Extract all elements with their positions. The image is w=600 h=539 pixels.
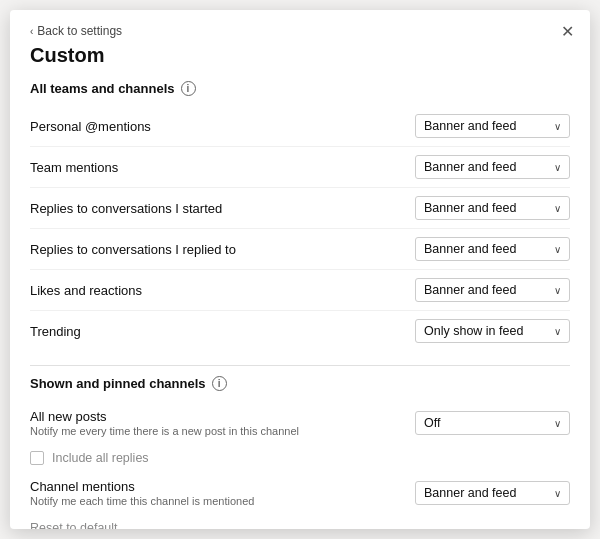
include-replies-label: Include all replies [52, 451, 149, 465]
include-replies-row: Include all replies [30, 445, 570, 471]
chevron-down-icon: ∨ [554, 121, 561, 132]
page-title: Custom [30, 44, 570, 67]
settings-row-channel-mentions: Channel mentions Notify me each time thi… [30, 471, 570, 515]
dropdown-value: Banner and feed [424, 242, 516, 256]
row-label-group: All new posts Notify me every time there… [30, 409, 415, 437]
row-sublabel: Notify me each time this channel is ment… [30, 495, 415, 507]
all-teams-info-icon[interactable]: i [181, 81, 196, 96]
all-teams-rows: Personal @mentions Banner and feed ∨ Tea… [30, 106, 570, 351]
row-label: Channel mentions [30, 479, 415, 494]
modal-body: All teams and channels i Personal @menti… [10, 77, 590, 529]
dropdown-personal-mentions[interactable]: Banner and feed ∨ [415, 114, 570, 138]
dropdown-replies-replied[interactable]: Banner and feed ∨ [415, 237, 570, 261]
row-label: Team mentions [30, 160, 415, 175]
dropdown-value: Only show in feed [424, 324, 523, 338]
dropdown-team-mentions[interactable]: Banner and feed ∨ [415, 155, 570, 179]
dropdown-replies-started[interactable]: Banner and feed ∨ [415, 196, 570, 220]
row-label: All new posts [30, 409, 415, 424]
row-label-group: Channel mentions Notify me each time thi… [30, 479, 415, 507]
dropdown-all-new-posts[interactable]: Off ∨ [415, 411, 570, 435]
pinned-channels-info-icon[interactable]: i [212, 376, 227, 391]
chevron-down-icon: ∨ [554, 285, 561, 296]
dropdown-channel-mentions[interactable]: Banner and feed ∨ [415, 481, 570, 505]
row-sublabel: Notify me every time there is a new post… [30, 425, 415, 437]
row-label-group: Team mentions [30, 160, 415, 175]
dropdown-likes-reactions[interactable]: Banner and feed ∨ [415, 278, 570, 302]
modal-header: ‹ Back to settings Custom ✕ [10, 10, 590, 77]
dropdown-value: Banner and feed [424, 201, 516, 215]
modal: ‹ Back to settings Custom ✕ All teams an… [10, 10, 590, 529]
section-all-label: All teams and channels i [30, 81, 570, 96]
row-label-group: Replies to conversations I started [30, 201, 415, 216]
dropdown-value: Off [424, 416, 440, 430]
settings-row-all-new-posts: All new posts Notify me every time there… [30, 401, 570, 445]
dropdown-value: Banner and feed [424, 160, 516, 174]
back-link[interactable]: ‹ Back to settings [30, 24, 570, 38]
chevron-down-icon: ∨ [554, 203, 561, 214]
close-button[interactable]: ✕ [561, 24, 574, 40]
chevron-left-icon: ‹ [30, 26, 33, 37]
dropdown-trending[interactable]: Only show in feed ∨ [415, 319, 570, 343]
dropdown-value: Banner and feed [424, 119, 516, 133]
pinned-channels-rows: All new posts Notify me every time there… [30, 401, 570, 445]
row-label-group: Personal @mentions [30, 119, 415, 134]
chevron-down-icon: ∨ [554, 488, 561, 499]
row-label: Trending [30, 324, 415, 339]
row-label-group: Trending [30, 324, 415, 339]
section-divider [30, 365, 570, 366]
chevron-down-icon: ∨ [554, 244, 561, 255]
row-label: Replies to conversations I started [30, 201, 415, 216]
back-label: Back to settings [37, 24, 122, 38]
chevron-down-icon: ∨ [554, 418, 561, 429]
row-label: Likes and reactions [30, 283, 415, 298]
chevron-down-icon: ∨ [554, 162, 561, 173]
section-pinned-label: Shown and pinned channels i [30, 376, 570, 391]
settings-row-replies-replied: Replies to conversations I replied to Ba… [30, 229, 570, 270]
channel-mentions-container: Channel mentions Notify me each time thi… [30, 471, 570, 515]
settings-row-team-mentions: Team mentions Banner and feed ∨ [30, 147, 570, 188]
chevron-down-icon: ∨ [554, 326, 561, 337]
settings-row-trending: Trending Only show in feed ∨ [30, 311, 570, 351]
row-label: Personal @mentions [30, 119, 415, 134]
dropdown-value: Banner and feed [424, 486, 516, 500]
row-label-group: Likes and reactions [30, 283, 415, 298]
row-label-group: Replies to conversations I replied to [30, 242, 415, 257]
dropdown-value: Banner and feed [424, 283, 516, 297]
include-replies-checkbox[interactable] [30, 451, 44, 465]
row-label: Replies to conversations I replied to [30, 242, 415, 257]
reset-default-button[interactable]: Reset to default [30, 521, 118, 529]
settings-row-replies-started: Replies to conversations I started Banne… [30, 188, 570, 229]
settings-row-personal-mentions: Personal @mentions Banner and feed ∨ [30, 106, 570, 147]
settings-row-likes-reactions: Likes and reactions Banner and feed ∨ [30, 270, 570, 311]
